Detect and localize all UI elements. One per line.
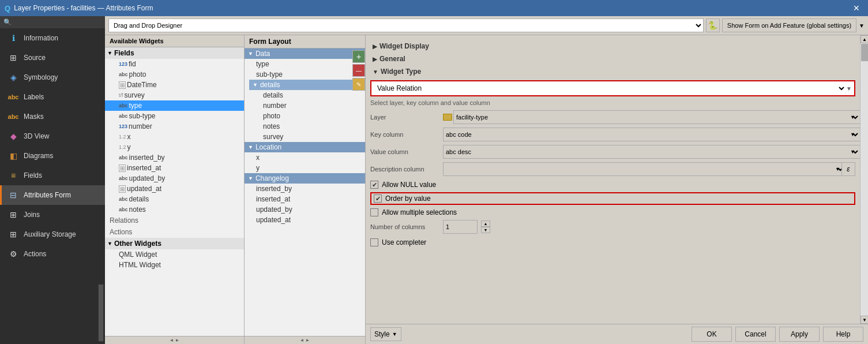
- edit-item-button[interactable]: ✎: [352, 78, 365, 91]
- description-column-dropdown[interactable]: [443, 162, 846, 176]
- field-number[interactable]: 123 number: [105, 121, 244, 132]
- designer-dropdown[interactable]: Drag and Drop Designer: [108, 18, 704, 32]
- details-group-header[interactable]: ▼ details: [249, 80, 365, 90]
- num-up[interactable]: ▲: [481, 220, 490, 227]
- remove-item-button[interactable]: —: [352, 64, 365, 77]
- sidebar-item-labels[interactable]: abc Labels: [0, 87, 105, 107]
- form-item-updated-at[interactable]: updated_at: [245, 215, 365, 225]
- sidebar-item-diagrams[interactable]: ◧ Diagrams: [0, 146, 105, 166]
- allow-multiple-checkbox[interactable]: [370, 208, 378, 216]
- form-item-sub-type[interactable]: sub-type: [245, 69, 365, 80]
- form-item-inserted-at[interactable]: inserted_at: [245, 194, 365, 204]
- scroll-thumb[interactable]: [861, 44, 868, 61]
- right-scrollbar[interactable]: ▲ ▼: [860, 35, 868, 324]
- field-photo[interactable]: abc photo: [105, 69, 244, 80]
- sidebar-item-source[interactable]: ⊞ Source: [0, 48, 105, 68]
- field-y[interactable]: 1.2 y: [105, 142, 244, 152]
- key-column-label: Key column: [370, 131, 439, 138]
- field-fid[interactable]: 123 fid: [105, 59, 244, 69]
- field-inserted-by[interactable]: abc inserted_by: [105, 152, 244, 163]
- right-scroll[interactable]: ▶ Widget Display ▶ General ▼ Widget Type: [366, 35, 860, 324]
- widget-type-toggle[interactable]: ▼ Widget Type: [370, 65, 855, 78]
- available-widgets-scroll[interactable]: ▼ Fields 123 fid abc photo: [105, 47, 244, 336]
- sidebar-item-masks[interactable]: abc Masks: [0, 107, 105, 126]
- form-item-number[interactable]: number: [249, 100, 365, 111]
- num-columns-spinner[interactable]: ▲ ▼: [481, 220, 490, 233]
- apply-button[interactable]: Apply: [779, 327, 820, 342]
- sidebar-item-symbology[interactable]: ◈ Symbology: [0, 68, 105, 87]
- use-completer-checkbox[interactable]: [370, 238, 378, 246]
- form-item-x[interactable]: x: [245, 152, 365, 163]
- form-item-notes[interactable]: notes: [249, 121, 365, 132]
- field-x[interactable]: 1.2 x: [105, 132, 244, 142]
- scroll-down-arrow[interactable]: ▼: [861, 316, 868, 324]
- form-item-survey[interactable]: survey: [249, 132, 365, 142]
- relations-section[interactable]: Relations: [105, 215, 244, 226]
- field-inserted-at[interactable]: ⊞ inserted_at: [105, 163, 244, 173]
- num-down[interactable]: ▼: [481, 227, 490, 233]
- field-type-icon-y: 1.2: [119, 144, 126, 150]
- qml-widget[interactable]: QML Widget: [105, 249, 244, 260]
- sidebar-item-attributes-form[interactable]: ⊟ Attributes Form: [0, 185, 105, 205]
- form-item-inserted-by[interactable]: inserted_by: [245, 184, 365, 194]
- search-bar[interactable]: 🔍: [0, 16, 105, 28]
- sidebar-item-joins[interactable]: ⊞ Joins: [0, 205, 105, 225]
- field-sub-type[interactable]: abc sub-type: [105, 111, 244, 121]
- field-updated-at[interactable]: ⊞ updated_at: [105, 184, 244, 194]
- num-columns-input[interactable]: [443, 220, 478, 234]
- sidebar-label-masks: Masks: [24, 113, 44, 121]
- widget-type-select[interactable]: Value Relation: [374, 83, 846, 94]
- order-by-value-checkbox[interactable]: ✔: [374, 195, 382, 203]
- changelog-group-header[interactable]: ▼ Changelog: [245, 173, 365, 184]
- allow-null-checkbox[interactable]: ✔: [370, 181, 378, 189]
- scroll-up-arrow[interactable]: ▲: [861, 35, 868, 43]
- form-scroll-right[interactable]: ►: [306, 338, 310, 343]
- field-datetime[interactable]: ⊞ DateTime: [105, 80, 244, 90]
- close-button[interactable]: ✕: [850, 2, 863, 14]
- form-item-details[interactable]: details: [249, 90, 365, 100]
- sidebar-item-3dview[interactable]: ◆ 3D View: [0, 126, 105, 146]
- python-button[interactable]: 🐍: [706, 18, 720, 32]
- actions-section[interactable]: Actions: [105, 226, 244, 238]
- layer-dropdown[interactable]: facility-type: [453, 110, 860, 124]
- location-group-header[interactable]: ▼ Location: [245, 142, 365, 152]
- field-survey[interactable]: t/f survey: [105, 90, 244, 100]
- form-layout-scroll[interactable]: ▼ Data type sub-type ▼ details: [245, 48, 365, 336]
- general-toggle[interactable]: ▶ General: [370, 53, 855, 65]
- widget-display-label: Widget Display: [379, 42, 429, 50]
- sidebar: 🔍 ℹ Information ⊞ Source ◈ Symbology abc…: [0, 16, 105, 344]
- fields-section-header[interactable]: ▼ Fields: [105, 47, 244, 59]
- search-input[interactable]: [14, 19, 102, 26]
- style-dropdown[interactable]: Style ▼: [370, 327, 401, 341]
- show-form-button[interactable]: Show Form on Add Feature (global setting…: [722, 18, 856, 32]
- field-updated-by[interactable]: abc updated_by: [105, 173, 244, 184]
- sidebar-item-actions[interactable]: ⚙ Actions: [0, 244, 105, 264]
- html-widget[interactable]: HTML Widget: [105, 260, 244, 270]
- form-scroll-left[interactable]: ◄: [300, 338, 305, 343]
- other-widgets-section[interactable]: ▼ Other Widgets: [105, 238, 244, 249]
- field-details[interactable]: abc details: [105, 194, 244, 204]
- sidebar-label-attributes-form: Attributes Form: [24, 191, 71, 199]
- value-column-dropdown[interactable]: abc desc: [443, 145, 860, 159]
- scroll-left-arrow[interactable]: ◄: [170, 338, 174, 343]
- sidebar-item-fields[interactable]: ≡ Fields: [0, 166, 105, 185]
- details-group-label: details: [260, 81, 280, 89]
- help-button[interactable]: Help: [823, 327, 863, 342]
- add-group-button[interactable]: +: [352, 50, 365, 63]
- data-group-header[interactable]: ▼ Data: [245, 48, 365, 59]
- ok-button[interactable]: OK: [692, 327, 732, 342]
- sidebar-item-auxiliary-storage[interactable]: ⊞ Auxiliary Storage: [0, 225, 105, 244]
- form-item-type[interactable]: type: [245, 59, 365, 69]
- scroll-right-arrow[interactable]: ►: [175, 338, 180, 343]
- epsilon-button[interactable]: ε: [841, 162, 855, 176]
- field-notes[interactable]: abc notes: [105, 204, 244, 215]
- key-column-dropdown[interactable]: abc code: [443, 128, 860, 141]
- form-item-photo[interactable]: photo: [249, 111, 365, 121]
- form-item-y[interactable]: y: [245, 163, 365, 173]
- widget-display-toggle[interactable]: ▶ Widget Display: [370, 40, 855, 53]
- cancel-button[interactable]: Cancel: [735, 327, 776, 342]
- form-item-updated-by[interactable]: updated_by: [245, 204, 365, 215]
- form-item-updated-by-label: updated_by: [256, 205, 292, 214]
- sidebar-item-information[interactable]: ℹ Information: [0, 28, 105, 48]
- field-type[interactable]: abc type: [105, 100, 244, 111]
